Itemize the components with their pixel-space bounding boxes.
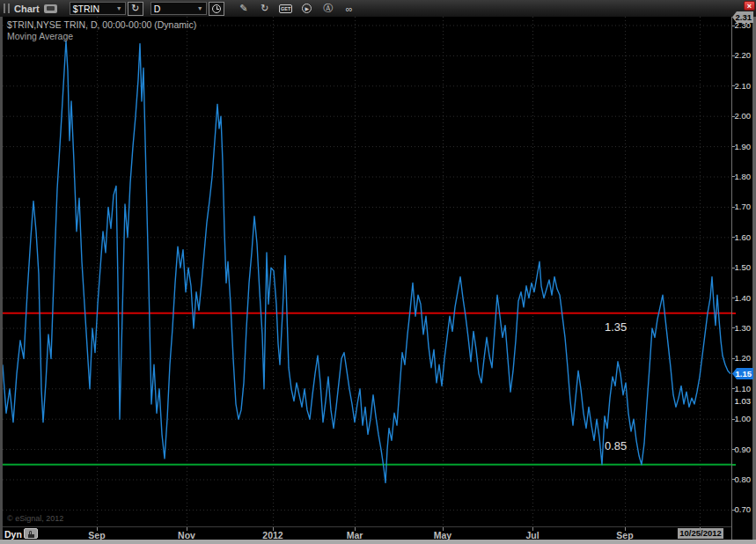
price-tick-label: 0.70 <box>731 505 751 514</box>
price-axis[interactable]: 2.31 1.15 1.03 2.302.202.102.001.901.801… <box>731 17 752 540</box>
window-title: Chart <box>14 4 40 14</box>
copyright-text: © eSignal, 2012 <box>7 514 63 523</box>
lock-icon[interactable] <box>24 528 38 539</box>
play-icon: ▶ <box>302 4 312 13</box>
price-tick-label: 0.90 <box>731 445 751 454</box>
moving-average-value-label: 1.03 <box>731 397 751 406</box>
window-titlebar: Chart $TRIN ▼ ↻ D ▼ ✎ ↻ GET ▶ Ⓐ <box>0 0 756 17</box>
time-tick-label: Nov <box>178 530 195 540</box>
interval-value: D <box>154 4 197 14</box>
price-tick-label: 1.90 <box>731 143 751 151</box>
session-high-badge: 2.31 <box>732 11 753 23</box>
last-date-badge: 10/25/2012 <box>678 528 723 539</box>
link-button[interactable]: ∞ <box>341 2 358 16</box>
price-tick-label: 1.10 <box>731 385 751 393</box>
time-tick-label: Sep <box>616 530 633 540</box>
price-tick-label: 2.20 <box>731 51 751 60</box>
refresh-button[interactable]: ↻ <box>256 2 274 16</box>
support-level-label[interactable]: 0.85 <box>605 439 627 452</box>
close-button[interactable]: × <box>744 1 755 11</box>
close-icon: × <box>747 2 752 11</box>
time-tick-label: 2012 <box>262 530 283 540</box>
window-bottom-border[interactable] <box>0 540 756 544</box>
auto-scale-button[interactable]: Ⓐ <box>319 2 337 16</box>
dynamic-mode-label: Dyn <box>4 529 22 540</box>
chart-window: Chart $TRIN ▼ ↻ D ▼ ✎ ↻ GET ▶ Ⓐ <box>0 0 756 544</box>
get-quote-button[interactable]: GET <box>277 2 295 16</box>
window-right-border[interactable] <box>752 12 756 540</box>
chart-type-badge-icon[interactable] <box>44 4 57 13</box>
price-tick-label: 1.20 <box>731 354 751 363</box>
pencil-icon: ✎ <box>239 3 247 14</box>
chevron-down-icon[interactable]: ▼ <box>116 5 122 11</box>
symbol-value: $TRIN <box>73 4 116 14</box>
price-tick-label: 2.10 <box>731 82 751 91</box>
symbol-combobox[interactable]: $TRIN ▼ <box>70 2 126 15</box>
price-tick-label: 0.80 <box>731 475 751 484</box>
time-tick-label: Sep <box>88 530 105 540</box>
time-tick-label: Jul <box>525 530 539 540</box>
time-tick-mark <box>700 527 701 531</box>
symbol-reload-icon: ↻ <box>131 3 139 14</box>
chart-plot-area[interactable]: $TRIN,NYSE TRIN, D, 00:00-00:00 (Dynamic… <box>3 17 731 526</box>
refresh-icon: ↻ <box>261 3 268 14</box>
time-tick-label: May <box>434 530 451 540</box>
price-tick-label: 1.60 <box>731 233 751 242</box>
level-axis-tick <box>732 464 736 466</box>
price-tick-label: 2.00 <box>731 112 751 121</box>
draw-button[interactable]: ✎ <box>235 2 253 16</box>
chevron-down-icon[interactable]: ▼ <box>197 5 203 11</box>
resistance-level-label[interactable]: 1.35 <box>605 320 627 334</box>
price-tick-label: 1.00 <box>731 415 751 423</box>
price-tick-label: 1.70 <box>731 202 751 211</box>
chart-symbol-title: $TRIN,NYSE TRIN, D, 00:00-00:00 (Dynamic… <box>7 19 196 30</box>
time-tick-label: Mar <box>347 530 363 540</box>
symbol-reload-button[interactable]: ↻ <box>128 2 143 16</box>
trin-price-line <box>3 40 730 482</box>
clock-icon <box>212 4 221 13</box>
level-axis-tick <box>732 312 736 314</box>
get-quote-icon: GET <box>279 4 292 13</box>
price-tick-label: 1.30 <box>731 324 751 333</box>
time-template-button[interactable] <box>209 2 224 16</box>
price-tick-label: 1.40 <box>731 294 751 303</box>
price-tick-label: 1.80 <box>731 173 751 181</box>
replay-button[interactable]: ▶ <box>298 2 316 16</box>
window-grip-icon[interactable] <box>4 4 10 13</box>
circled-a-icon: Ⓐ <box>323 2 333 15</box>
time-axis[interactable]: Dyn 10/25/2012 SepNov2012MarMayJulSep <box>3 526 731 540</box>
price-tick-label: 1.50 <box>731 263 751 272</box>
last-price-badge: 1.15 <box>732 368 753 379</box>
link-icon: ∞ <box>346 4 353 14</box>
interval-combobox[interactable]: D ▼ <box>150 2 207 15</box>
chart-study-title: Moving Average <box>7 31 73 41</box>
